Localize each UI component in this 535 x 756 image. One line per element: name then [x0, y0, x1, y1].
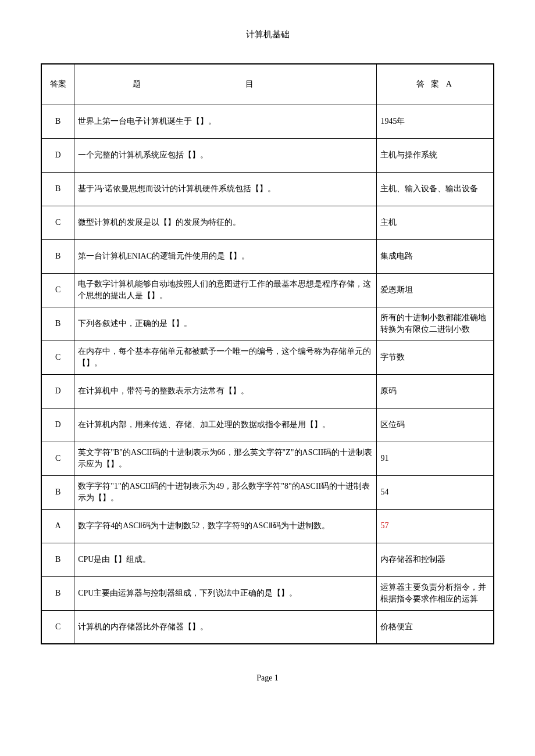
table-row: B下列各叙述中，正确的是【】。所有的十进制小数都能准确地转换为有限位二进制小数: [41, 307, 494, 341]
page-title: 计算机基础: [41, 29, 494, 40]
choice-cell: 所有的十进制小数都能准确地转换为有限位二进制小数: [377, 307, 494, 341]
table-row: D在计算机中，带符号的整数表示方法常有【】。原码: [41, 374, 494, 408]
choice-cell: 内存储器和控制器: [377, 543, 494, 576]
choice-cell: 区位码: [377, 408, 494, 442]
table-row: C在内存中，每个基本存储单元都被赋予一个唯一的编号，这个编号称为存储单元的【】。…: [41, 341, 494, 374]
choice-cell: 57: [377, 509, 494, 543]
table-row: C电子数字计算机能够自动地按照人们的意图进行工作的最基本思想是程序存储，这个思想…: [41, 273, 494, 307]
table-row: C微型计算机的发展是以【】的发展为特征的。主机: [41, 206, 494, 239]
question-cell: CPU是由【】组成。: [74, 543, 377, 576]
question-cell: 微型计算机的发展是以【】的发展为特征的。: [74, 206, 377, 239]
choice-cell: 主机、输入设备、输出设备: [377, 172, 494, 206]
answer-cell: C: [41, 341, 74, 374]
table-row: D一个完整的计算机系统应包括【】。主机与操作系统: [41, 138, 494, 172]
question-cell: 数字字符4的ASCⅡ码为十进制数52，数字字符9的ASCⅡ码为十进制数。: [74, 509, 377, 543]
answer-cell: A: [41, 509, 74, 543]
table-row: A数字字符4的ASCⅡ码为十进制数52，数字字符9的ASCⅡ码为十进制数。57: [41, 509, 494, 543]
question-cell: 在计算机中，带符号的整数表示方法常有【】。: [74, 374, 377, 408]
choice-cell: 爱恩斯坦: [377, 273, 494, 307]
choice-cell: 主机: [377, 206, 494, 239]
table-row: D在计算机内部，用来传送、存储、加工处理的数据或指令都是用【】。区位码: [41, 408, 494, 442]
choice-cell: 运算器主要负责分析指令，并根据指令要求作相应的运算: [377, 576, 494, 610]
table-row: C英文字符"B"的ASCII码的十进制表示为66，那么英文字符"Z"的ASCII…: [41, 442, 494, 475]
question-cell: 英文字符"B"的ASCII码的十进制表示为66，那么英文字符"Z"的ASCII码…: [74, 442, 377, 475]
question-cell: 数字字符"1"的ASCII码的十进制表示为49，那么数字字符"8"的ASCII码…: [74, 475, 377, 509]
table-row: BCPU是由【】组成。内存储器和控制器: [41, 543, 494, 576]
answer-cell: B: [41, 543, 74, 576]
answer-cell: B: [41, 307, 74, 341]
answer-cell: C: [41, 206, 74, 239]
table-header-row: 答案 题目 答 案 A: [41, 64, 494, 105]
question-cell: 下列各叙述中，正确的是【】。: [74, 307, 377, 341]
choice-cell: 字节数: [377, 341, 494, 374]
answer-cell: B: [41, 105, 74, 138]
choice-cell: 1945年: [377, 105, 494, 138]
table-row: B基于冯·诺依曼思想而设计的计算机硬件系统包括【】。主机、输入设备、输出设备: [41, 172, 494, 206]
question-table: 答案 题目 答 案 A B世界上第一台电子计算机诞生于【】。1945年D一个完整…: [41, 63, 494, 644]
question-cell: 计算机的内存储器比外存储器【】。: [74, 610, 377, 644]
answer-cell: C: [41, 273, 74, 307]
header-choice: 答 案 A: [377, 64, 494, 105]
choice-cell: 54: [377, 475, 494, 509]
answer-cell: B: [41, 172, 74, 206]
answer-cell: B: [41, 475, 74, 509]
header-question: 题目: [74, 64, 377, 105]
answer-cell: D: [41, 408, 74, 442]
table-row: B第一台计算机ENIAC的逻辑元件使用的是【】。集成电路: [41, 239, 494, 273]
choice-cell: 91: [377, 442, 494, 475]
question-cell: CPU主要由运算器与控制器组成，下列说法中正确的是【】。: [74, 576, 377, 610]
answer-cell: B: [41, 239, 74, 273]
question-cell: 第一台计算机ENIAC的逻辑元件使用的是【】。: [74, 239, 377, 273]
table-row: BCPU主要由运算器与控制器组成，下列说法中正确的是【】。运算器主要负责分析指令…: [41, 576, 494, 610]
choice-cell: 集成电路: [377, 239, 494, 273]
choice-cell: 原码: [377, 374, 494, 408]
answer-cell: D: [41, 374, 74, 408]
question-cell: 电子数字计算机能够自动地按照人们的意图进行工作的最基本思想是程序存储，这个思想的…: [74, 273, 377, 307]
answer-cell: D: [41, 138, 74, 172]
table-row: C计算机的内存储器比外存储器【】。价格便宜: [41, 610, 494, 644]
question-cell: 在计算机内部，用来传送、存储、加工处理的数据或指令都是用【】。: [74, 408, 377, 442]
question-cell: 世界上第一台电子计算机诞生于【】。: [74, 105, 377, 138]
answer-cell: C: [41, 610, 74, 644]
table-row: B世界上第一台电子计算机诞生于【】。1945年: [41, 105, 494, 138]
question-cell: 基于冯·诺依曼思想而设计的计算机硬件系统包括【】。: [74, 172, 377, 206]
question-cell: 一个完整的计算机系统应包括【】。: [74, 138, 377, 172]
choice-cell: 主机与操作系统: [377, 138, 494, 172]
question-cell: 在内存中，每个基本存储单元都被赋予一个唯一的编号，这个编号称为存储单元的【】。: [74, 341, 377, 374]
answer-cell: C: [41, 442, 74, 475]
answer-cell: B: [41, 576, 74, 610]
choice-cell: 价格便宜: [377, 610, 494, 644]
page-footer: Page 1: [41, 673, 494, 683]
table-row: B数字字符"1"的ASCII码的十进制表示为49，那么数字字符"8"的ASCII…: [41, 475, 494, 509]
header-answer: 答案: [41, 64, 74, 105]
